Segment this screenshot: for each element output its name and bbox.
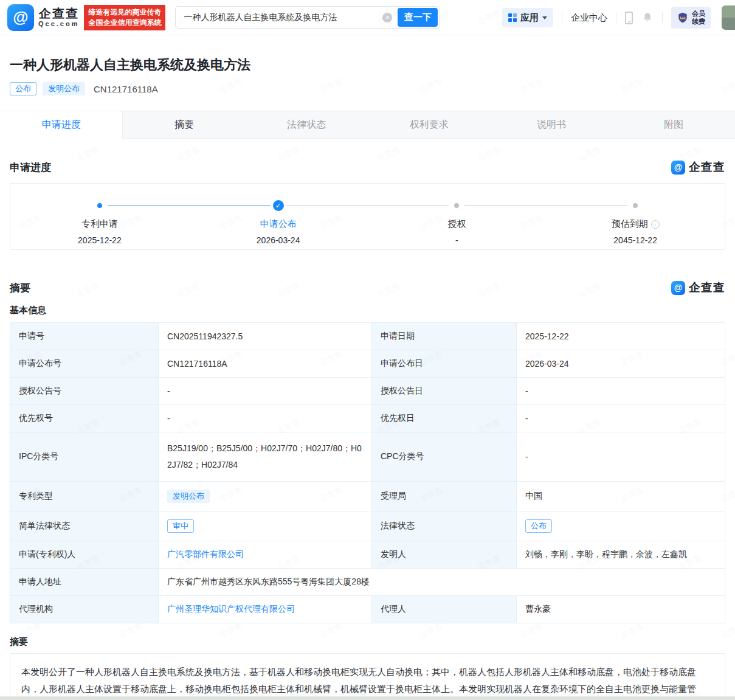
progress-section-title: 申请进度 (10, 161, 51, 175)
patent-header: 一种人形机器人自主换电系统及换电方法 公布 发明公布 CN121716118A (0, 35, 735, 111)
table-row: 申请公布号CN121716118A申请公布日2026-03-24 (10, 350, 725, 378)
timeline-dot (97, 203, 102, 208)
brand-slogan: 缔造有远见的商业传奇 全国企业信用查询系统 (84, 5, 165, 30)
table-row: 申请(专利权)人广汽零部件有限公司发明人刘畅，李刚，李盼，程宇鹏，余波，左鑫凯 (10, 541, 725, 569)
timeline-dots: ✓ (10, 200, 725, 211)
timeline-step-estimated-expiry: 预估到期i2045-12-22 (546, 218, 725, 245)
avatar[interactable] (722, 5, 735, 30)
timeline-dot (633, 203, 638, 208)
field-label: IPC分类号 (10, 432, 159, 482)
table-row: 授权公告号-授权公告日- (10, 378, 725, 405)
timeline-dot (454, 203, 459, 208)
timeline-node-application-publication: ✓ (189, 200, 368, 211)
bottom-edge-strip (0, 696, 735, 700)
field-label: 优先权日 (372, 405, 517, 432)
field-label: 简单法律状态 (10, 511, 159, 541)
main-content: 申请进度 @ 企查查 ✓ 专利申请2025-12-22申请公布2026-03-2… (0, 159, 735, 700)
legal-status-badge: 公布 (525, 519, 552, 533)
apps-grid-icon (508, 13, 517, 22)
field-label: 授权公告日 (372, 378, 517, 405)
field-label: 申请日期 (372, 323, 517, 350)
field-value-applicant-address: 广东省广州市越秀区东风东路555号粤海集团大厦28楼 (159, 569, 725, 596)
tab-drawings[interactable]: 附图 (613, 111, 735, 138)
timeline-step-application-publication: 申请公布2026-03-24 (189, 218, 368, 245)
field-label: 代理人 (372, 596, 517, 623)
timeline-step-date: 2026-03-24 (189, 235, 368, 245)
field-value-publication-date: 2026-03-24 (517, 350, 725, 378)
timeline-step-label: 授权 (447, 218, 466, 230)
field-value-simple-legal-status: 审中 (159, 511, 372, 541)
patent-type-badge: 发明公布 (167, 490, 210, 503)
timeline-step-date: 2045-12-22 (546, 235, 725, 245)
agency-link[interactable]: 广州圣理华知识产权代理有限公司 (167, 604, 295, 614)
field-label: 受理局 (372, 482, 517, 511)
apps-menu[interactable]: 应用 (502, 8, 553, 27)
field-label: 申请人地址 (10, 569, 159, 596)
abstract-title: 摘要 (10, 636, 725, 648)
basic-info-title: 基本信息 (10, 305, 725, 316)
timeline-step-label: 申请公布 (260, 218, 297, 230)
publication-number: CN121716118A (94, 84, 158, 94)
search-input[interactable] (176, 13, 382, 23)
clear-search-icon[interactable]: ✕ (382, 13, 392, 23)
field-value-agent: 曹永豪 (517, 596, 725, 623)
field-value-grant-date: - (517, 378, 725, 405)
qcc-logo[interactable]: @ 企查查 Qcc.com (7, 4, 79, 31)
field-value-inventors: 刘畅，李刚，李盼，程宇鹏，余波，左鑫凯 (517, 541, 725, 569)
table-row: 申请人地址广东省广州市越秀区东风东路555号粤海集团大厦28楼 (10, 569, 725, 596)
timeline-step-label: 预估到期i (612, 218, 660, 230)
timeline-node-grant (368, 200, 547, 211)
tab-description[interactable]: 说明书 (490, 111, 612, 138)
field-value-grant-number: - (159, 378, 372, 405)
summary-section-title: 摘要 (10, 281, 30, 295)
field-label: 申请号 (10, 323, 159, 350)
field-label: 申请公布日 (372, 350, 517, 378)
timeline-node-estimated-expiry (546, 200, 725, 211)
timeline-step-date: 2025-12-22 (10, 235, 189, 245)
tab-claims[interactable]: 权利要求 (368, 111, 490, 138)
page-title: 一种人形机器人自主换电系统及换电方法 (10, 56, 725, 74)
table-row: 优先权号-优先权日- (10, 405, 725, 432)
field-label: 申请(专利权)人 (10, 541, 159, 569)
field-value-ipc-classes: B25J19/00；B25J5/00；H02J7/70；H02J7/80；H02… (159, 432, 372, 482)
notification-bell-icon[interactable] (641, 11, 654, 24)
abstract-text: 本发明公开了一种人形机器人自主换电系统及换电方法，基于机器人和移动换电柜实现无人… (10, 653, 725, 700)
basic-info-table: 申请号CN202511942327.5申请日期2025-12-22申请公布号CN… (10, 322, 725, 623)
field-label: CPC分类号 (372, 432, 517, 482)
field-label: 代理机构 (10, 596, 159, 623)
field-value-application-number: CN202511942327.5 (159, 323, 372, 350)
mobile-app-icon[interactable] (625, 12, 633, 24)
timeline-step-label: 专利申请 (81, 218, 118, 230)
field-label: 专利类型 (10, 482, 159, 511)
basic-info-table-body: 申请号CN202511942327.5申请日期2025-12-22申请公布号CN… (10, 323, 725, 623)
qcc-logo-icon: @ (7, 4, 34, 31)
timeline-step-grant: 授权- (368, 218, 547, 245)
table-row: IPC分类号B25J19/00；B25J5/00；H02J7/70；H02J7/… (10, 432, 725, 482)
field-value-priority-number: - (159, 405, 372, 432)
vip-crown-icon (677, 12, 689, 24)
tab-abstract[interactable]: 摘要 (123, 111, 245, 138)
tab-legal-status[interactable]: 法律状态 (246, 111, 368, 138)
chevron-down-icon (542, 16, 547, 19)
applicant-link[interactable]: 广汽零部件有限公司 (167, 549, 244, 559)
qcc-stamp: @ 企查查 (671, 159, 725, 175)
field-value-applicant-link: 广汽零部件有限公司 (159, 541, 372, 569)
field-label: 申请公布号 (10, 350, 159, 378)
field-label: 法律状态 (372, 511, 517, 541)
timeline-node-patent-application (10, 200, 189, 211)
tab-application-progress[interactable]: 申请进度 (0, 111, 123, 139)
search-bar: ✕ 查一下 (175, 6, 440, 29)
table-row: 代理机构广州圣理华知识产权代理有限公司代理人曹永豪 (10, 596, 725, 623)
table-row: 简单法律状态审中法律状态公布 (10, 511, 725, 541)
field-value-agency-link: 广州圣理华知识产权代理有限公司 (159, 596, 372, 623)
brand-domain: Qcc.com (38, 20, 79, 28)
qcc-stamp-icon: @ (671, 281, 685, 295)
search-button[interactable]: 查一下 (398, 8, 438, 27)
enterprise-center-link[interactable]: 企业中心 (571, 12, 607, 24)
field-value-patent-type: 发明公布 (159, 482, 372, 511)
field-value-patent-office: 中国 (517, 482, 725, 511)
field-value-publication-number: CN121716118A (159, 350, 372, 378)
vip-renew-button[interactable]: 会员 续费 (671, 7, 711, 29)
info-icon[interactable]: i (651, 220, 660, 229)
patent-type-badge: 发明公布 (43, 82, 85, 95)
